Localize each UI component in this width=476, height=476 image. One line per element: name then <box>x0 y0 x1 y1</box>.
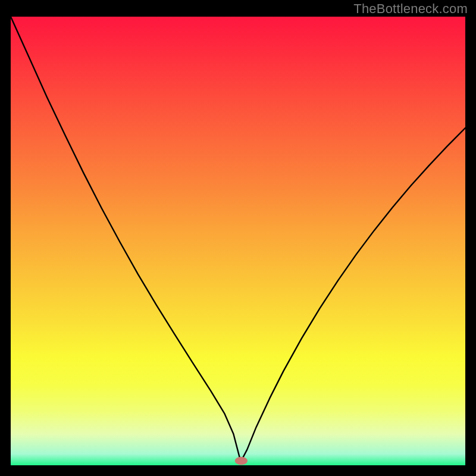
gradient-background <box>11 17 465 465</box>
plot-area <box>11 17 465 465</box>
watermark-label: TheBottleneck.com <box>353 1 468 17</box>
optimum-marker <box>235 457 248 465</box>
chart-frame: TheBottleneck.com <box>0 0 476 476</box>
chart-svg <box>11 17 465 465</box>
